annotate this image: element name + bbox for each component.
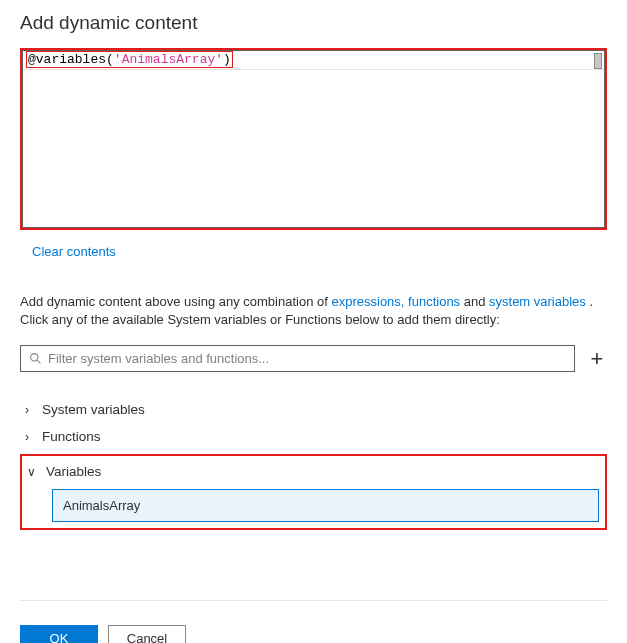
hint-line2: Click any of the available System variab… [20,312,500,327]
expression-highlight-box: @variables('AnimalsArray') [20,48,607,230]
expr-open: ( [106,52,114,67]
variables-highlight-box: ∨ Variables AnimalsArray [20,454,607,530]
filter-box[interactable] [20,345,575,372]
footer: OK Cancel [20,625,607,643]
category-label: System variables [42,402,145,417]
chevron-down-icon: ∨ [26,465,36,479]
category-functions[interactable]: › Functions [20,423,607,450]
ok-button[interactable]: OK [20,625,98,643]
category-label: Variables [46,464,101,479]
category-system-variables[interactable]: › System variables [20,396,607,423]
search-icon [29,352,42,365]
hint-post1: . [586,294,593,309]
clear-contents-link[interactable]: Clear contents [32,244,116,259]
expression-editor[interactable]: @variables('AnimalsArray') [22,50,605,228]
footer-separator [20,600,607,601]
scrollbar[interactable] [594,53,602,69]
cancel-button[interactable]: Cancel [108,625,186,643]
svg-line-1 [37,360,40,363]
category-label: Functions [42,429,101,444]
expression-text[interactable]: @variables('AnimalsArray') [23,51,604,70]
hint-text: Add dynamic content above using any comb… [20,293,607,329]
chevron-right-icon: › [22,430,32,444]
hint-mid: and [460,294,489,309]
hint-pre: Add dynamic content above using any comb… [20,294,331,309]
expr-arg: 'AnimalsArray' [114,52,223,67]
add-button[interactable]: + [587,350,607,368]
variable-item-animalsarray[interactable]: AnimalsArray [52,489,599,522]
expr-fn: @variables [28,52,106,67]
svg-point-0 [31,354,38,361]
chevron-right-icon: › [22,403,32,417]
category-variables[interactable]: ∨ Variables [24,458,603,485]
expressions-functions-link[interactable]: expressions, functions [331,294,460,309]
filter-input[interactable] [48,351,566,366]
expr-close: ) [223,52,231,67]
page-title: Add dynamic content [20,12,607,34]
system-variables-link[interactable]: system variables [489,294,586,309]
